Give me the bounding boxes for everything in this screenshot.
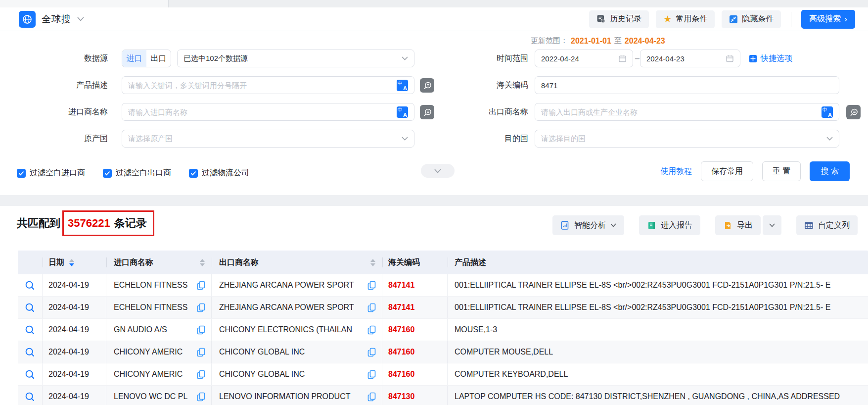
row-detail-search-icon[interactable]: [25, 347, 35, 357]
copy-icon[interactable]: [197, 325, 205, 335]
translate-icon[interactable]: 中A: [397, 106, 408, 118]
update-range-label: 更新范围：: [531, 36, 568, 46]
search-form: 更新范围： 2021-01-01 至 2024-04-23 数据源 进口 出口 …: [0, 31, 868, 195]
hs-code-input[interactable]: [541, 81, 833, 90]
importer-input[interactable]: [128, 108, 393, 116]
header-exporter[interactable]: 出口商名称: [212, 251, 382, 274]
row-hs-code: 847160: [382, 363, 448, 385]
row-detail-search-icon[interactable]: [25, 392, 35, 402]
header-row-action: [18, 251, 43, 274]
data-source-label: 数据源: [29, 50, 108, 67]
favorite-conditions-button[interactable]: ★ 常用条件: [656, 10, 715, 28]
translate-icon[interactable]: 中A: [397, 80, 408, 91]
date-range-dash: –: [635, 50, 640, 67]
save-favorite-button[interactable]: 保存常用: [701, 161, 753, 181]
header-importer-label: 进口商名称: [114, 257, 153, 268]
copy-icon[interactable]: [367, 281, 376, 290]
row-exporter: CHICONY ELECTRONICS (THAILAN: [219, 325, 367, 334]
history-icon: [596, 14, 606, 24]
row-description: 001:ELLIIPTICAL TRAINER ELLIPSE EL-8S <b…: [448, 274, 868, 296]
export-button[interactable]: 导出: [715, 215, 761, 235]
row-importer: ECHELON FITNESS: [114, 303, 197, 312]
row-exporter-cell: CHICONY GLOBAL INC: [212, 363, 382, 385]
row-hs-code: 847160: [382, 341, 448, 363]
translate-icon[interactable]: 中A: [822, 106, 833, 118]
origin-country-select[interactable]: 请选择原产国: [122, 130, 414, 148]
search-button[interactable]: 搜 索: [810, 161, 849, 181]
row-detail-search-icon[interactable]: [25, 369, 35, 380]
hide-conditions-label: 隐藏条件: [742, 14, 774, 24]
copy-icon[interactable]: [197, 392, 205, 402]
results-toolbar: 智能分析 进入报告 导出 自定义列: [552, 215, 858, 235]
count-annotation-box: 3576221 条记录: [62, 210, 154, 236]
app-switcher[interactable]: 全球搜: [19, 11, 84, 28]
hs-code-label: 海关编码: [449, 76, 528, 94]
exact-match-icon[interactable]: [846, 105, 861, 119]
checkbox-filter-blank-importer[interactable]: 过滤空白进口商: [17, 168, 85, 178]
product-desc-input[interactable]: [128, 81, 393, 90]
history-button[interactable]: 历史记录: [589, 10, 649, 28]
sort-icon[interactable]: [370, 259, 375, 266]
advanced-search-button[interactable]: 高级搜索 ›: [801, 10, 855, 29]
row-importer: CHICONY AMERIC: [114, 348, 197, 356]
reset-button[interactable]: 重 置: [762, 161, 801, 181]
tutorial-link[interactable]: 使用教程: [660, 166, 692, 177]
copy-icon[interactable]: [367, 303, 376, 312]
date-from-input[interactable]: 2022-04-24: [535, 50, 633, 67]
export-dropdown-button[interactable]: [763, 215, 781, 235]
header-date[interactable]: 日期: [43, 251, 106, 274]
dest-country-select[interactable]: 请选择目的国: [535, 130, 839, 148]
match-count: 3576221: [68, 217, 110, 230]
export-button-group: 导出: [715, 215, 781, 235]
checkbox-filter-blank-exporter[interactable]: 过滤空白出口商: [103, 168, 171, 178]
row-detail-search-icon[interactable]: [25, 325, 35, 335]
filter-checkbox-row: 过滤空白进口商 过滤空白出口商 过滤物流公司: [17, 168, 249, 178]
row-exporter: LENOVO INFORMATION PRODUCT: [219, 392, 367, 401]
copy-icon[interactable]: [197, 281, 205, 290]
tab-export[interactable]: 出口: [146, 50, 171, 67]
tab-import[interactable]: 进口: [122, 50, 146, 67]
copy-icon[interactable]: [197, 370, 205, 379]
exporter-input[interactable]: [541, 108, 818, 116]
row-date: 2024-04-19: [43, 297, 106, 318]
smart-analysis-button[interactable]: 智能分析: [552, 215, 624, 235]
row-hs-code: 847130: [382, 386, 448, 405]
enter-report-button[interactable]: 进入报告: [639, 215, 700, 235]
chevron-down-icon: [402, 56, 408, 60]
copy-icon[interactable]: [197, 348, 205, 357]
row-detail-search-icon[interactable]: [25, 303, 35, 313]
copy-icon[interactable]: [367, 348, 376, 357]
row-importer-cell: ECHELON FITNESS: [106, 297, 212, 318]
hide-conditions-button[interactable]: 隐藏条件: [722, 10, 781, 28]
update-range-to: 2024-04-23: [625, 37, 665, 46]
copy-icon[interactable]: [367, 370, 376, 379]
table-row: 2024-04-19 CHICONY AMERIC CHICONY GLOBAL…: [18, 363, 868, 386]
row-date: 2024-04-19: [43, 341, 106, 363]
summary-prefix: 共匹配到: [17, 216, 60, 231]
copy-icon[interactable]: [367, 392, 376, 402]
header-importer[interactable]: 进口商名称: [106, 251, 212, 274]
report-icon: [647, 221, 656, 230]
row-hs-code: 847160: [382, 319, 448, 341]
row-date: 2024-04-19: [43, 363, 106, 385]
exact-match-icon[interactable]: [420, 105, 434, 119]
date-to-input[interactable]: 2024-04-23: [640, 50, 740, 67]
custom-columns-button[interactable]: 自定义列: [796, 215, 858, 235]
quick-options[interactable]: 快捷选项: [749, 50, 792, 67]
origin-country-label: 原产国: [29, 130, 108, 148]
form-actions: 使用教程 保存常用 重 置 搜 索: [660, 161, 850, 181]
sort-icon[interactable]: [200, 259, 205, 266]
expand-more-conditions-button[interactable]: [421, 164, 455, 178]
sort-icon[interactable]: [69, 259, 74, 266]
copy-icon[interactable]: [367, 325, 376, 335]
data-source-select[interactable]: 已选中102个数据源: [177, 50, 414, 67]
copy-icon[interactable]: [197, 303, 205, 312]
exact-match-icon[interactable]: [420, 78, 434, 93]
browser-edge-strip: [0, 0, 868, 7]
row-detail-search-icon[interactable]: [25, 280, 35, 291]
star-icon: ★: [663, 14, 672, 24]
checkbox-filter-logistics[interactable]: 过滤物流公司: [189, 168, 249, 178]
dest-country-label: 目的国: [449, 130, 528, 148]
row-action-cell: [18, 341, 43, 363]
quick-options-label: 快捷选项: [761, 53, 792, 64]
